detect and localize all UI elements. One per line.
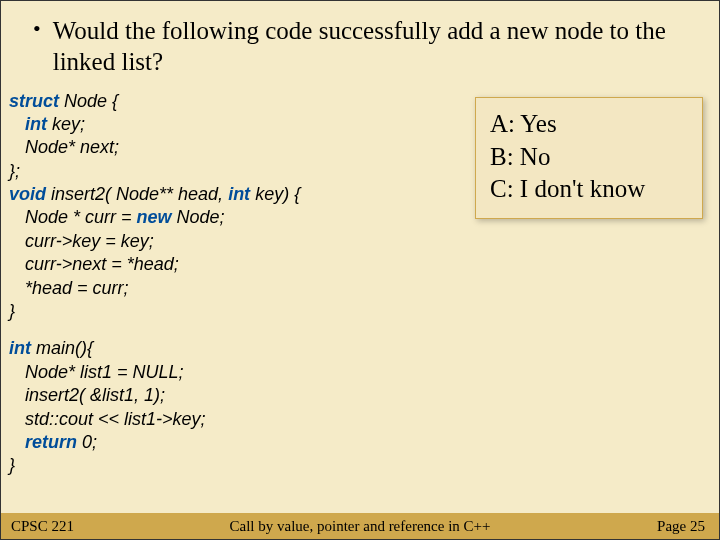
answer-a: A: Yes [490,108,688,141]
footer-right: Page 25 [599,518,719,535]
code-t: Node * curr = [25,207,137,227]
code-t: 0; [77,432,97,452]
question-text: Would the following code successfully ad… [53,15,691,78]
code-t: key) { [250,184,300,204]
code-t: insert2( &list1, 1); [25,385,165,405]
kw-int: int [25,114,47,134]
answer-box: A: Yes B: No C: I don't know [475,97,703,219]
answer-c: C: I don't know [490,173,688,206]
footer-center: Call by value, pointer and reference in … [121,518,599,535]
kw-return: return [25,432,77,452]
code-t: Node; [172,207,225,227]
code-t: *head = curr; [25,278,129,298]
kw-new: new [137,207,172,227]
code-t: insert2( Node** head, [46,184,228,204]
question-area: • Would the following code successfully … [1,1,719,86]
code-t: } [9,301,15,321]
code-t: key; [47,114,85,134]
code-t: curr->next = *head; [25,254,179,274]
bullet-dot: • [33,15,41,44]
footer-left: CPSC 221 [1,518,121,535]
code-t: } [9,455,15,475]
kw-struct: struct [9,91,59,111]
code-t: Node { [59,91,118,111]
answer-b: B: No [490,141,688,174]
code-t: main(){ [31,338,93,358]
code-t: Node* next; [25,137,119,157]
kw-void: void [9,184,46,204]
code-t: Node* list1 = NULL; [25,362,184,382]
question-bullet: • Would the following code successfully … [29,15,691,78]
code-t: }; [9,161,20,181]
code-t: std::cout << list1->key; [25,409,206,429]
kw-int3: int [9,338,31,358]
footer: CPSC 221 Call by value, pointer and refe… [1,513,719,539]
code-t: curr->key = key; [25,231,154,251]
kw-int2: int [228,184,250,204]
